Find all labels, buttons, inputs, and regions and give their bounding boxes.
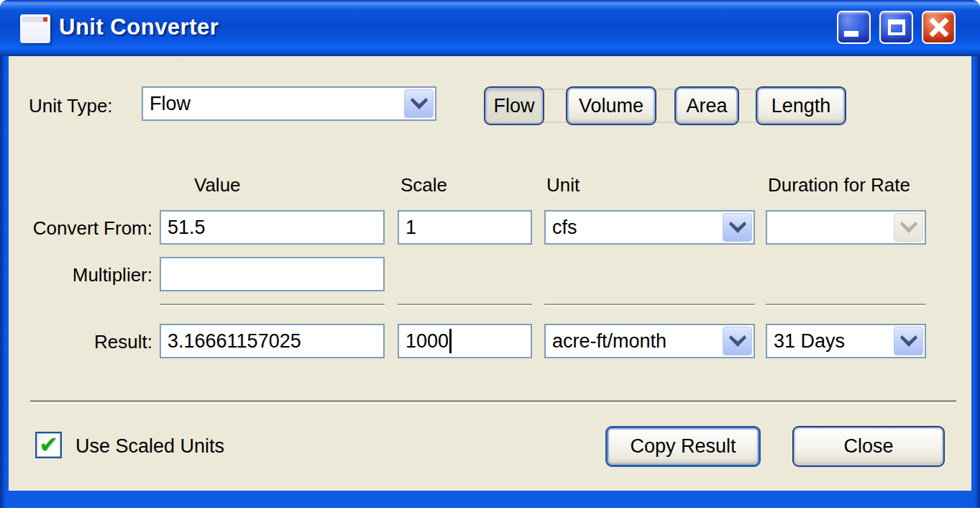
close-dialog-button[interactable]: Close: [792, 426, 945, 467]
title-bar[interactable]: Unit Converter: [0, 0, 980, 56]
chevron-down-icon[interactable]: [723, 327, 752, 355]
chevron-down-icon: [894, 213, 923, 242]
type-button-flow[interactable]: Flow: [484, 86, 544, 125]
multiplier-input[interactable]: [160, 257, 385, 291]
unit-type-label: Unit Type:: [29, 95, 113, 117]
chevron-down-icon[interactable]: [723, 213, 752, 242]
maximize-button[interactable]: [879, 11, 913, 44]
minimize-icon: [844, 31, 858, 37]
multiplier-label: Multiplier:: [9, 264, 152, 286]
column-separator: [398, 304, 532, 307]
result-value-input[interactable]: 3.16661157025: [160, 324, 385, 358]
type-button-volume[interactable]: Volume: [566, 86, 656, 125]
convert-from-value-input[interactable]: 51.5: [160, 210, 385, 245]
window-controls: [837, 11, 956, 44]
use-scaled-units-checkbox[interactable]: ✔: [35, 432, 62, 458]
result-scale-input[interactable]: 1000: [398, 324, 532, 358]
check-icon: ✔: [39, 433, 58, 456]
chevron-down-icon[interactable]: [404, 89, 434, 118]
unit-type-select[interactable]: Flow: [142, 86, 436, 121]
unit-converter-window: Unit Converter Unit Type: Flow Flow: [0, 0, 980, 508]
dialog-body: Unit Type: Flow Flow Volume Area Length …: [9, 56, 971, 491]
use-scaled-units-label: Use Scaled Units: [75, 435, 224, 458]
app-window-icon: [20, 14, 50, 43]
convert-from-scale-input[interactable]: 1: [398, 210, 532, 245]
unit-type-value: Flow: [150, 93, 191, 115]
result-label: Result:: [9, 331, 152, 353]
column-separator: [160, 304, 385, 307]
column-header-scale: Scale: [400, 174, 447, 196]
app-icon-close-dot: [43, 17, 47, 22]
column-header-value: Value: [194, 174, 241, 196]
text-caret: [449, 329, 452, 353]
maximize-icon: [888, 19, 905, 35]
convert-from-duration-select: [766, 210, 926, 245]
column-header-unit: Unit: [546, 174, 580, 196]
window-title: Unit Converter: [59, 14, 219, 40]
convert-from-unit-select[interactable]: cfs: [544, 210, 755, 245]
result-duration-select[interactable]: 31 Days: [766, 324, 926, 358]
type-button-area[interactable]: Area: [674, 86, 739, 125]
type-button-length[interactable]: Length: [756, 86, 846, 125]
copy-result-button[interactable]: Copy Result: [605, 426, 761, 467]
chevron-down-icon[interactable]: [894, 327, 923, 355]
convert-from-label: Convert From:: [9, 217, 152, 240]
column-header-duration: Duration for Rate: [768, 174, 910, 196]
close-button[interactable]: [922, 11, 956, 44]
minimize-button[interactable]: [837, 11, 871, 44]
column-separator: [766, 304, 926, 307]
footer-separator: [30, 400, 956, 404]
column-separator: [544, 304, 755, 307]
result-unit-select[interactable]: acre-ft/month: [544, 324, 755, 358]
